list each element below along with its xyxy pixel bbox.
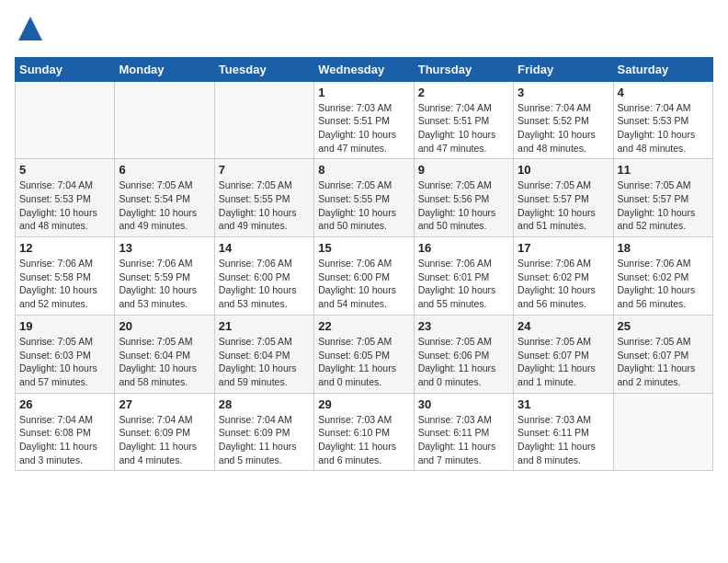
calendar-cell: 26Sunrise: 7:04 AMSunset: 6:08 PMDayligh… [16, 393, 115, 471]
day-number: 2 [418, 86, 509, 99]
day-number: 13 [119, 241, 210, 255]
day-number: 20 [119, 319, 210, 333]
logo-icon [17, 15, 44, 42]
day-number: 24 [518, 319, 609, 333]
day-info: Sunrise: 7:04 AMSunset: 6:09 PMDaylight:… [219, 413, 310, 467]
day-info: Sunrise: 7:05 AMSunset: 6:05 PMDaylight:… [318, 335, 409, 389]
calendar-cell [115, 81, 214, 159]
day-info: Sunrise: 7:03 AMSunset: 6:11 PMDaylight:… [418, 413, 509, 467]
weekday-header-saturday: Saturday [613, 57, 712, 81]
calendar-cell: 4Sunrise: 7:04 AMSunset: 5:53 PMDaylight… [613, 81, 712, 159]
day-info: Sunrise: 7:04 AMSunset: 5:52 PMDaylight:… [518, 101, 609, 155]
day-info: Sunrise: 7:05 AMSunset: 5:57 PMDaylight:… [518, 178, 609, 233]
day-number: 28 [219, 397, 310, 411]
calendar-week-5: 26Sunrise: 7:04 AMSunset: 6:08 PMDayligh… [16, 393, 713, 471]
day-info: Sunrise: 7:05 AMSunset: 6:07 PMDaylight:… [618, 335, 709, 389]
day-info: Sunrise: 7:06 AMSunset: 5:59 PMDaylight:… [119, 257, 210, 311]
calendar-cell: 3Sunrise: 7:04 AMSunset: 5:52 PMDaylight… [514, 81, 613, 159]
day-number: 25 [618, 319, 709, 333]
calendar-week-1: 1Sunrise: 7:03 AMSunset: 5:51 PMDaylight… [16, 81, 713, 159]
calendar-cell: 21Sunrise: 7:05 AMSunset: 6:04 PMDayligh… [214, 315, 313, 393]
day-number: 29 [318, 397, 409, 411]
day-info: Sunrise: 7:03 AMSunset: 6:10 PMDaylight:… [318, 413, 409, 467]
calendar-week-4: 19Sunrise: 7:05 AMSunset: 6:03 PMDayligh… [16, 315, 713, 393]
day-info: Sunrise: 7:04 AMSunset: 6:08 PMDaylight:… [19, 413, 110, 467]
calendar-cell: 6Sunrise: 7:05 AMSunset: 5:54 PMDaylight… [115, 159, 214, 237]
calendar-cell: 5Sunrise: 7:04 AMSunset: 5:53 PMDaylight… [16, 159, 115, 237]
day-info: Sunrise: 7:03 AMSunset: 5:51 PMDaylight:… [318, 101, 409, 155]
calendar-cell: 12Sunrise: 7:06 AMSunset: 5:58 PMDayligh… [16, 237, 115, 316]
day-number: 9 [418, 163, 509, 177]
day-number: 4 [618, 86, 709, 99]
day-info: Sunrise: 7:05 AMSunset: 5:57 PMDaylight:… [618, 178, 709, 233]
calendar-cell: 24Sunrise: 7:05 AMSunset: 6:07 PMDayligh… [514, 315, 613, 393]
calendar-cell: 7Sunrise: 7:05 AMSunset: 5:55 PMDaylight… [214, 159, 313, 237]
weekday-header-friday: Friday [514, 57, 613, 81]
day-number: 3 [518, 86, 609, 99]
calendar-cell: 14Sunrise: 7:06 AMSunset: 6:00 PMDayligh… [214, 237, 313, 316]
day-info: Sunrise: 7:06 AMSunset: 6:02 PMDaylight:… [618, 257, 709, 311]
day-info: Sunrise: 7:05 AMSunset: 6:07 PMDaylight:… [518, 335, 609, 389]
day-number: 11 [618, 163, 709, 177]
calendar-cell: 15Sunrise: 7:06 AMSunset: 6:00 PMDayligh… [314, 237, 414, 316]
weekday-header-sunday: Sunday [16, 57, 115, 81]
day-number: 31 [518, 397, 609, 411]
calendar-cell: 30Sunrise: 7:03 AMSunset: 6:11 PMDayligh… [414, 393, 513, 471]
day-number: 18 [618, 241, 709, 255]
day-number: 16 [418, 241, 509, 255]
weekday-header-tuesday: Tuesday [214, 57, 313, 81]
calendar-week-2: 5Sunrise: 7:04 AMSunset: 5:53 PMDaylight… [16, 159, 713, 237]
svg-marker-0 [18, 17, 42, 40]
calendar-cell: 29Sunrise: 7:03 AMSunset: 6:10 PMDayligh… [314, 393, 414, 471]
weekday-header-row: SundayMondayTuesdayWednesdayThursdayFrid… [16, 57, 713, 81]
day-number: 21 [219, 319, 310, 333]
calendar-cell: 11Sunrise: 7:05 AMSunset: 5:57 PMDayligh… [613, 159, 712, 237]
calendar-table: SundayMondayTuesdayWednesdayThursdayFrid… [15, 57, 713, 472]
day-number: 6 [119, 163, 210, 177]
day-number: 5 [19, 163, 110, 177]
day-number: 10 [518, 163, 609, 177]
calendar-cell: 18Sunrise: 7:06 AMSunset: 6:02 PMDayligh… [613, 237, 712, 316]
day-number: 23 [418, 319, 509, 333]
day-info: Sunrise: 7:04 AMSunset: 5:53 PMDaylight:… [19, 178, 110, 233]
day-info: Sunrise: 7:05 AMSunset: 5:56 PMDaylight:… [418, 178, 509, 233]
calendar-cell: 8Sunrise: 7:05 AMSunset: 5:55 PMDaylight… [314, 159, 414, 237]
day-number: 17 [518, 241, 609, 255]
weekday-header-wednesday: Wednesday [314, 57, 414, 81]
calendar-cell: 19Sunrise: 7:05 AMSunset: 6:03 PMDayligh… [16, 315, 115, 393]
calendar-cell [16, 81, 115, 159]
day-number: 30 [418, 397, 509, 411]
day-info: Sunrise: 7:06 AMSunset: 5:58 PMDaylight:… [19, 257, 110, 311]
weekday-header-monday: Monday [115, 57, 214, 81]
calendar-cell: 9Sunrise: 7:05 AMSunset: 5:56 PMDaylight… [414, 159, 513, 237]
calendar-week-3: 12Sunrise: 7:06 AMSunset: 5:58 PMDayligh… [16, 237, 713, 316]
day-info: Sunrise: 7:06 AMSunset: 6:01 PMDaylight:… [418, 257, 509, 311]
day-number: 7 [219, 163, 310, 177]
day-info: Sunrise: 7:05 AMSunset: 5:54 PMDaylight:… [119, 178, 210, 233]
day-number: 8 [318, 163, 409, 177]
calendar-cell: 27Sunrise: 7:04 AMSunset: 6:09 PMDayligh… [115, 393, 214, 471]
page-header [15, 15, 713, 48]
day-number: 27 [119, 397, 210, 411]
day-number: 15 [318, 241, 409, 255]
calendar-cell: 20Sunrise: 7:05 AMSunset: 6:04 PMDayligh… [115, 315, 214, 393]
day-info: Sunrise: 7:06 AMSunset: 6:02 PMDaylight:… [518, 257, 609, 311]
day-info: Sunrise: 7:06 AMSunset: 6:00 PMDaylight:… [219, 257, 310, 311]
calendar-cell: 17Sunrise: 7:06 AMSunset: 6:02 PMDayligh… [514, 237, 613, 316]
day-info: Sunrise: 7:06 AMSunset: 6:00 PMDaylight:… [318, 257, 409, 311]
day-info: Sunrise: 7:05 AMSunset: 6:06 PMDaylight:… [418, 335, 509, 389]
logo [15, 15, 44, 48]
day-number: 26 [19, 397, 110, 411]
calendar-cell: 1Sunrise: 7:03 AMSunset: 5:51 PMDaylight… [314, 81, 414, 159]
day-info: Sunrise: 7:05 AMSunset: 5:55 PMDaylight:… [318, 178, 409, 233]
day-info: Sunrise: 7:04 AMSunset: 5:51 PMDaylight:… [418, 101, 509, 155]
calendar-cell: 28Sunrise: 7:04 AMSunset: 6:09 PMDayligh… [214, 393, 313, 471]
calendar-cell: 16Sunrise: 7:06 AMSunset: 6:01 PMDayligh… [414, 237, 513, 316]
day-info: Sunrise: 7:05 AMSunset: 6:04 PMDaylight:… [219, 335, 310, 389]
calendar-cell: 2Sunrise: 7:04 AMSunset: 5:51 PMDaylight… [414, 81, 513, 159]
day-number: 22 [318, 319, 409, 333]
calendar-cell: 10Sunrise: 7:05 AMSunset: 5:57 PMDayligh… [514, 159, 613, 237]
day-number: 1 [318, 86, 409, 99]
calendar-cell: 31Sunrise: 7:03 AMSunset: 6:11 PMDayligh… [514, 393, 613, 471]
calendar-cell: 13Sunrise: 7:06 AMSunset: 5:59 PMDayligh… [115, 237, 214, 316]
